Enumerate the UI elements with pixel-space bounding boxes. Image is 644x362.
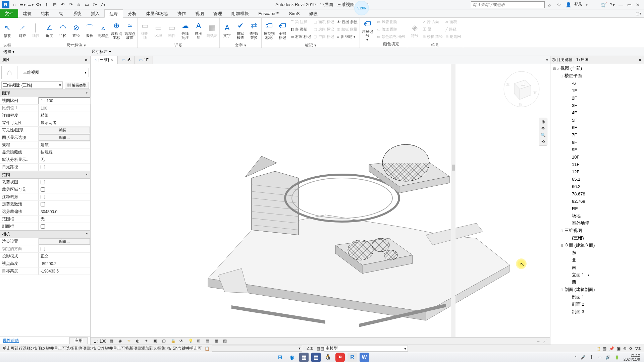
ime-indicator[interactable]: 中	[590, 354, 594, 360]
ribbon-button[interactable]: ⊕高程点坐标	[110, 18, 123, 42]
prop-value[interactable]: 精细	[39, 112, 90, 119]
tree-node[interactable]: 场地	[550, 212, 644, 220]
view-tab[interactable]: ⌂{三维}✕	[91, 56, 118, 64]
close-button[interactable]: ✕	[636, 2, 641, 7]
ribbon-button[interactable]: ⌒弧长	[83, 18, 96, 42]
tab-collab[interactable]: 协作	[172, 9, 191, 18]
qat-redo-icon[interactable]: ⊞	[52, 2, 58, 8]
browser-close-button[interactable]: ✕	[638, 57, 642, 63]
prop-value[interactable]: -198433.5	[39, 267, 90, 275]
prop-section-header[interactable]: 相机⋆	[0, 230, 90, 238]
tree-node[interactable]: ⊟三维视图	[550, 227, 644, 234]
ribbon-button[interactable]: ⟋对齐	[16, 18, 29, 42]
tab-insert[interactable]: 插入	[86, 9, 104, 18]
lock-icon[interactable]: 🔒	[171, 339, 176, 344]
tree-node[interactable]: ⊟剖面 (建筑剖面)	[550, 286, 644, 293]
drag-icon[interactable]: ⊕	[623, 346, 627, 351]
tree-node[interactable]: 3F	[550, 102, 644, 109]
ribbon-button[interactable]: ⊘直径	[69, 18, 83, 42]
revit-logo-icon[interactable]: R	[2, 1, 9, 8]
tree-node[interactable]: 2F	[550, 94, 644, 102]
tablet-icon[interactable]: ▭	[598, 355, 601, 360]
tab-enscape[interactable]: Enscape™	[254, 9, 284, 18]
tree-toggle-icon[interactable]: ⊟	[560, 288, 564, 292]
qat-close-icon[interactable]: ▭	[84, 2, 90, 8]
tree-node[interactable]: 65.1	[550, 175, 644, 183]
crop-region-icon[interactable]: ▢	[162, 339, 167, 344]
instance-selector[interactable]: 三维视图: {三维}▾	[1, 81, 63, 89]
tree-node[interactable]: 立面 1 - a	[550, 271, 644, 279]
apply-button[interactable]: 应用	[69, 337, 88, 344]
qat-home-icon[interactable]: ⌂	[11, 2, 17, 8]
prop-section-header[interactable]: 范围⋆	[0, 171, 90, 179]
user-icon[interactable]: 👤	[566, 2, 571, 7]
resize-grip-icon[interactable]: ⋰	[543, 339, 547, 344]
edit-type-button[interactable]: ▦ 编辑类型	[65, 82, 89, 89]
qat-section-icon[interactable]: ↷	[68, 2, 74, 8]
view-tab[interactable]: ▭1F	[135, 56, 153, 64]
view-tab-close-icon[interactable]: ✕	[110, 58, 113, 62]
tab-file[interactable]: 文件	[0, 9, 18, 18]
tab-sirus[interactable]: SiruS	[284, 9, 305, 18]
select-underlay-icon[interactable]: ▧	[603, 346, 606, 351]
cart-icon[interactable]: 🛒	[601, 2, 606, 7]
steering-wheel-icon[interactable]: ◎	[541, 119, 545, 124]
tree-node[interactable]: ⊟○视图 (全部)	[550, 65, 644, 72]
tree-node[interactable]: -6	[550, 79, 644, 87]
tree-node[interactable]: 室外地坪	[550, 220, 644, 227]
prop-value[interactable]: 按规程	[39, 149, 90, 156]
constraints-icon[interactable]: ⊞	[197, 339, 202, 344]
worksets-combo[interactable]: ▾	[212, 346, 302, 352]
tree-node[interactable]: 剖面 2	[550, 301, 644, 308]
tree-node[interactable]: 10F	[550, 153, 644, 161]
tab-annotate[interactable]: 注释	[104, 9, 123, 18]
tree-toggle-icon[interactable]: ⊟	[560, 229, 564, 233]
prop-checkbox[interactable]	[39, 223, 90, 230]
tab-systems[interactable]: 系统	[68, 9, 86, 18]
tree-node[interactable]: 东	[550, 249, 644, 256]
ribbon-button[interactable]: 🏷注释记号▾	[361, 18, 374, 42]
maximize-button[interactable]: ▭	[627, 2, 633, 7]
tab-massing[interactable]: 体量和场地	[141, 9, 172, 18]
start-button[interactable]: ⊞	[275, 353, 284, 362]
ribbon-button[interactable]: ∠角度	[43, 18, 56, 42]
ribbon-small-button[interactable]: 👁视图 参照	[337, 18, 358, 25]
ribbon-button[interactable]: ↖修改	[1, 18, 14, 42]
prop-edit-button[interactable]: 编辑...	[39, 238, 90, 245]
edge-icon[interactable]: ◉	[287, 353, 297, 362]
tree-node[interactable]: 8F	[550, 138, 644, 146]
analytical-icon[interactable]: ▤	[206, 339, 211, 344]
ribbon-button[interactable]: ✔拼写检查	[234, 18, 247, 42]
prop-checkbox[interactable]	[39, 201, 90, 208]
tree-node[interactable]: 66.2	[550, 183, 644, 190]
dim-dropdown[interactable]: 尺寸标注 ▾	[92, 49, 111, 55]
prop-value[interactable]: 304800.0	[39, 208, 90, 215]
qat-more-icon[interactable]: ╱▾	[100, 2, 106, 8]
app-icon-2[interactable]: ▤	[311, 353, 321, 362]
tray-chevron-icon[interactable]: ^	[575, 355, 577, 360]
search-input[interactable]	[471, 1, 545, 8]
search-icon[interactable]: ⌕	[548, 2, 553, 7]
qat-save-icon[interactable]: ▭▾	[28, 2, 34, 8]
scale-label[interactable]: 1 : 100	[94, 339, 106, 344]
tree-node[interactable]: 剖面 1	[550, 293, 644, 301]
tree-node[interactable]: 82.768	[550, 197, 644, 205]
canvas-scrollbar-v[interactable]	[451, 64, 455, 337]
editable-icon[interactable]: ▤	[320, 346, 324, 351]
tab-manage[interactable]: 管理	[209, 9, 227, 18]
tree-node[interactable]: 1F	[550, 87, 644, 94]
zoom-icon[interactable]: 🔍	[541, 133, 546, 137]
select-pinned-icon[interactable]: 📌	[609, 346, 614, 351]
tree-node[interactable]: ⊟立面 (建筑立面)	[550, 242, 644, 249]
prop-checkbox[interactable]	[39, 193, 90, 200]
background-icon[interactable]: ⟳	[629, 346, 633, 351]
clipboard-icon[interactable]: 📋	[205, 346, 210, 351]
tree-node[interactable]: {三维}	[550, 234, 644, 242]
link-icon[interactable]: ▨	[223, 339, 228, 344]
ribbon-small-button[interactable]: ≡多 钢筋 ▾	[337, 33, 358, 40]
tab-modify[interactable]: 修改	[304, 9, 322, 18]
visual-style-icon[interactable]: ◉	[118, 339, 124, 344]
orbit-icon[interactable]: ⟲	[541, 139, 545, 144]
temp-hide-icon[interactable]: 👁	[179, 339, 185, 344]
tab-view[interactable]: 视图	[191, 9, 209, 18]
